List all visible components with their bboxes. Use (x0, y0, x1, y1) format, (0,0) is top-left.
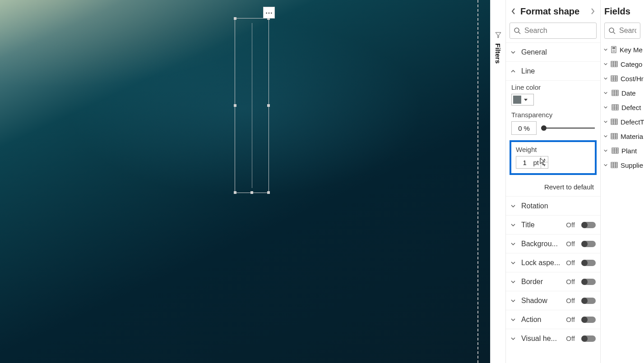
section-label: Line (521, 67, 596, 75)
field-item[interactable]: Key Me (601, 42, 644, 57)
weight-input[interactable]: 1 pt ▲ ▼ (516, 156, 548, 169)
resize-handle-mr[interactable] (267, 104, 270, 107)
field-item[interactable]: DefectT (601, 115, 644, 129)
section-title[interactable]: Title Off (506, 215, 600, 234)
report-canvas[interactable]: ⋯ (0, 0, 490, 363)
section-line[interactable]: Line (506, 61, 600, 80)
section-shadow[interactable]: Shadow Off (506, 291, 600, 310)
transparency-input[interactable]: 0 % (511, 121, 537, 135)
format-search-input[interactable] (524, 27, 593, 35)
field-label: Defect (621, 104, 641, 111)
weight-label: Weight (516, 146, 590, 153)
chevron-down-icon (510, 222, 517, 228)
field-label: DefectT (621, 118, 644, 126)
weight-spinner[interactable]: ▲ ▼ (541, 156, 548, 168)
resize-handle-mb[interactable] (250, 191, 253, 194)
section-label: Title (521, 221, 561, 229)
lock-aspect-toggle[interactable] (582, 260, 596, 266)
line-color-label: Line color (511, 83, 595, 91)
weight-unit: pt (533, 159, 541, 166)
filters-rail[interactable]: Filters (490, 0, 505, 363)
section-label: Rotation (521, 202, 596, 210)
section-label: Action (521, 316, 561, 324)
section-label: Backgrou... (521, 240, 561, 248)
visual-header-toggle[interactable] (582, 335, 596, 342)
chevron-down-icon (510, 279, 517, 285)
field-label: Materia (621, 133, 643, 140)
table-icon (611, 75, 618, 82)
filters-label: Filters (494, 43, 502, 64)
field-item[interactable]: Materia (601, 129, 644, 143)
chevron-down-icon (603, 119, 608, 124)
section-visual-header[interactable]: Visual he... Off (506, 329, 600, 348)
shape-options-button[interactable]: ⋯ (263, 7, 275, 18)
resize-handle-bl[interactable] (234, 191, 236, 194)
field-item[interactable]: Defect (601, 100, 644, 115)
section-general[interactable]: General (506, 42, 600, 61)
filters-expand-icon[interactable] (495, 32, 502, 39)
field-item[interactable]: Supplie (601, 158, 644, 172)
transparency-value: 0 (518, 124, 522, 132)
weight-value: 1 (516, 159, 533, 166)
section-border[interactable]: Border Off (506, 272, 600, 291)
field-item[interactable]: Date (601, 86, 644, 100)
chevron-down-icon (603, 91, 609, 95)
canvas-boundary (477, 0, 490, 363)
section-line-body: Line color Transparency 0 % (506, 80, 600, 180)
format-next-button[interactable] (588, 7, 597, 15)
svg-point-0 (514, 28, 519, 32)
revert-to-default-link[interactable]: Revert to default (506, 180, 600, 196)
fields-panel-title: Fields (604, 6, 640, 17)
resize-handle-tl[interactable] (234, 17, 236, 20)
format-panel-title: Format shape (520, 6, 586, 17)
toggle-state: Off (566, 221, 575, 229)
color-swatch-preview (513, 96, 521, 104)
section-label: General (521, 48, 596, 56)
chevron-down-icon (510, 298, 517, 303)
toggle-state: Off (566, 240, 575, 248)
table-icon (612, 104, 619, 110)
field-item[interactable]: Catego (601, 57, 644, 71)
search-icon (608, 27, 616, 34)
chevron-down-icon (510, 50, 517, 55)
format-search-box[interactable] (510, 23, 597, 39)
background-toggle[interactable] (582, 241, 596, 247)
resize-handle-ml[interactable] (234, 104, 236, 107)
title-toggle[interactable] (582, 222, 596, 228)
section-rotation[interactable]: Rotation (506, 196, 600, 215)
shadow-toggle[interactable] (582, 298, 596, 304)
format-prev-button[interactable] (510, 7, 518, 15)
svg-rect-5 (612, 47, 615, 49)
field-label: Supplie (621, 161, 643, 169)
chevron-down-icon (510, 260, 517, 266)
chevron-down-icon (510, 241, 517, 247)
transparency-slider[interactable] (541, 128, 595, 129)
fields-search-input[interactable] (619, 27, 636, 35)
section-label: Shadow (521, 297, 561, 305)
selected-shape[interactable]: ⋯ (235, 18, 269, 193)
chevron-down-icon (603, 47, 608, 52)
table-icon (612, 147, 619, 154)
table-icon (611, 61, 618, 67)
section-label: Visual he... (521, 335, 561, 343)
border-toggle[interactable] (582, 279, 596, 285)
table-icon (611, 119, 618, 125)
toggle-state: Off (566, 259, 575, 267)
section-background[interactable]: Backgrou... Off (506, 234, 600, 253)
resize-handle-br[interactable] (267, 191, 270, 194)
shape-line-visual (252, 23, 252, 188)
field-label: Date (621, 89, 636, 97)
toggle-state: Off (566, 278, 575, 285)
chevron-up-icon (510, 69, 517, 74)
section-action[interactable]: Action Off (506, 310, 600, 329)
spinner-up-button[interactable]: ▲ (541, 156, 548, 162)
section-lock-aspect[interactable]: Lock aspe... Off (506, 253, 600, 272)
action-toggle[interactable] (582, 317, 596, 323)
spinner-down-button[interactable]: ▼ (541, 162, 548, 168)
fields-search-box[interactable] (604, 23, 640, 39)
field-item[interactable]: Cost/Hr (601, 71, 644, 86)
weight-highlight: Weight 1 pt ▲ ▼ (510, 140, 597, 175)
field-label: Cost/Hr (621, 75, 644, 83)
line-color-picker[interactable] (511, 94, 534, 106)
field-item[interactable]: Plant (601, 143, 644, 158)
